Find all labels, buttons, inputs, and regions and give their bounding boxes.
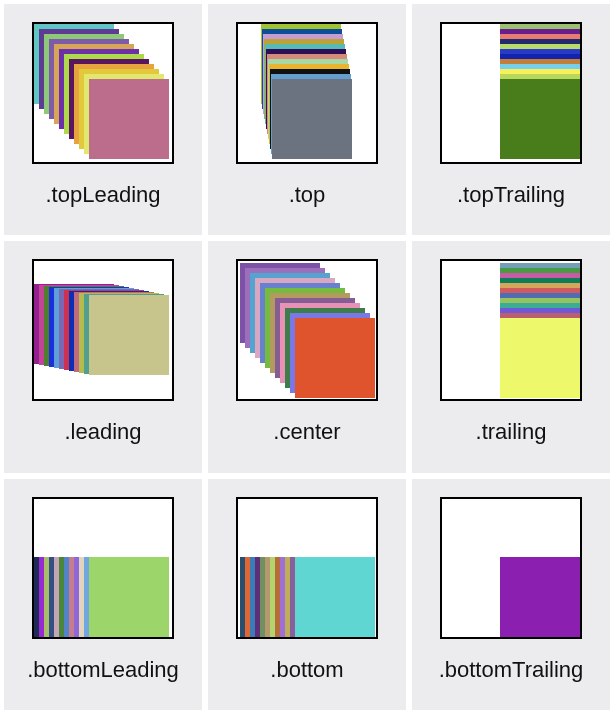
cell-bottomTrailing: .bottomTrailing — [412, 479, 610, 710]
cell-leading: .leading — [4, 241, 202, 472]
label-trailing: .trailing — [476, 419, 547, 445]
cell-bottom: .bottom — [208, 479, 406, 710]
cell-topTrailing: .topTrailing — [412, 4, 610, 235]
frame-bottom — [236, 497, 378, 639]
frame-leading — [32, 259, 174, 401]
layer — [500, 557, 580, 637]
cell-bottomLeading: .bottomLeading — [4, 479, 202, 710]
cell-trailing: .trailing — [412, 241, 610, 472]
layer — [272, 79, 352, 159]
label-bottomLeading: .bottomLeading — [27, 657, 179, 683]
layer — [500, 318, 580, 398]
frame-center — [236, 259, 378, 401]
frame-bottomTrailing — [440, 497, 582, 639]
label-bottomTrailing: .bottomTrailing — [439, 657, 584, 683]
alignment-grid: .topLeading.top.topTrailing.leading.cent… — [0, 0, 614, 714]
label-topLeading: .topLeading — [46, 182, 161, 208]
frame-bottomLeading — [32, 497, 174, 639]
cell-center: .center — [208, 241, 406, 472]
layer — [89, 79, 169, 159]
label-topTrailing: .topTrailing — [457, 182, 565, 208]
layer — [295, 318, 375, 398]
cell-top: .top — [208, 4, 406, 235]
label-bottom: .bottom — [270, 657, 343, 683]
frame-topLeading — [32, 22, 174, 164]
label-center: .center — [273, 419, 340, 445]
layer — [89, 295, 169, 375]
frame-top — [236, 22, 378, 164]
frame-topTrailing — [440, 22, 582, 164]
layer — [89, 557, 169, 637]
cell-topLeading: .topLeading — [4, 4, 202, 235]
frame-trailing — [440, 259, 582, 401]
layer — [295, 557, 375, 637]
layer — [500, 79, 580, 159]
label-leading: .leading — [64, 419, 141, 445]
label-top: .top — [289, 182, 326, 208]
